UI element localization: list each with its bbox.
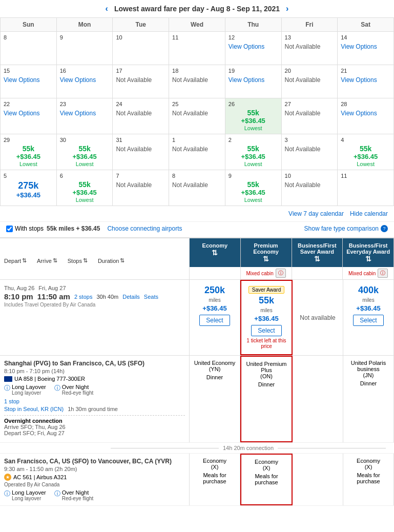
view-options-link[interactable]: View Options (4, 76, 53, 84)
cal-fare-miles: 55k (78, 180, 90, 189)
cal-date: 25 (172, 101, 178, 107)
sort-depart[interactable]: Depart ⇅ (4, 257, 27, 264)
with-stops-label: With stops (15, 225, 44, 232)
cal-cell-w4-d5[interactable]: 10Not Available (281, 170, 338, 206)
cal-cell-w3-d3[interactable]: 1Not Available (169, 134, 225, 170)
cal-cell-w2-d4[interactable]: 2655k +$36.45 Lowest (225, 98, 281, 134)
hide-calendar-link[interactable]: Hide calendar (350, 210, 388, 217)
cal-cell-w3-d4[interactable]: 255k +$36.45 Lowest (225, 134, 281, 170)
cal-cell-w2-d6[interactable]: 28View Options (338, 98, 394, 134)
premium-price: +$36.45 (254, 315, 278, 322)
cal-cell-w3-d2[interactable]: 31Not Available (113, 134, 169, 170)
view-options-link[interactable]: View Options (60, 110, 110, 117)
view-options-link[interactable]: View Options (229, 76, 278, 84)
mixed-cabin-badge-premium[interactable]: ⓘ (276, 269, 286, 278)
cal-cell-w2-d5[interactable]: 27Not Available (281, 98, 338, 134)
cal-cell-w4-d1[interactable]: 655k +$36.45 Lowest (56, 170, 113, 206)
cal-cell-w3-d6[interactable]: 455k +$36.45 Lowest (338, 134, 394, 170)
not-available-text: Not Available (285, 110, 335, 117)
cal-date: 8 (172, 173, 175, 179)
view-options-link[interactable]: View Options (341, 43, 390, 50)
cal-date: 8 (4, 34, 7, 40)
cal-cell-w2-d0[interactable]: 22View Options (1, 98, 57, 134)
with-stops-checkbox[interactable]: With stops (6, 225, 44, 232)
view-options-link[interactable]: View Options (229, 43, 278, 50)
choose-airports-link[interactable]: Choose connecting airports (107, 225, 182, 232)
cal-fare-price: +$36.45 (241, 189, 265, 196)
cal-cell-w0-d4[interactable]: 12View Options (225, 32, 281, 65)
cal-date: 7 (116, 173, 119, 179)
cabin-headers-row: Depart ⇅ Arrive ⇅ Stops ⇅ Duration ⇅ Eco… (0, 238, 394, 267)
cal-cell-w3-d1[interactable]: 3055k +$36.45 Lowest (56, 134, 113, 170)
cal-cell-w4-d6: 11 (338, 170, 394, 206)
overnight-icon: ⓘ (54, 384, 60, 393)
premium-select-button[interactable]: Select (251, 325, 281, 336)
cal-cell-w3-d5[interactable]: 3Not Available (281, 134, 338, 170)
view-options-link[interactable]: View Options (4, 110, 53, 117)
cal-cell-w3-d0[interactable]: 2955k +$36.45 Lowest (1, 134, 57, 170)
segment-2-row: San Francisco, CA, US (SFO) to Vancouver… (0, 454, 394, 506)
cal-cell-w4-d4[interactable]: 955k +$36.45 Lowest (225, 170, 281, 206)
seg2-time: 9:30 am - 11:50 am (2h 20m) (4, 466, 185, 472)
cal-date: 11 (341, 173, 347, 179)
cal-cell-w0-d5[interactable]: 13Not Available (281, 32, 338, 65)
view-options-link[interactable]: View Options (60, 76, 110, 84)
details-link[interactable]: Details (122, 294, 140, 300)
view-7day-link[interactable]: View 7 day calendar (288, 210, 344, 217)
cal-cell-w1-d1[interactable]: 16View Options (56, 65, 113, 98)
economy-miles-label: miles (209, 297, 220, 303)
cal-cell-w4-d2[interactable]: 7Not Available (113, 170, 169, 206)
dow-header-mon: Mon (56, 18, 113, 32)
seg1-route: Shanghai (PVG) to San Francisco, CA, US … (4, 360, 185, 367)
cal-cell-w1-d3[interactable]: 18Not Available (169, 65, 225, 98)
info-icon[interactable]: ? (381, 225, 388, 232)
cal-date: 9 (229, 173, 232, 179)
cal-cell-w1-d0[interactable]: 15View Options (1, 65, 57, 98)
overnight-connection: Overnight connection Arrive SFO; Thu, Au… (4, 415, 185, 438)
not-available-text: Not Available (285, 76, 335, 84)
mixed-cabin-badge-everyday[interactable]: ⓘ (378, 269, 388, 278)
economy-select-button[interactable]: Select (199, 315, 230, 326)
cal-fare-miles: 55k (247, 109, 259, 117)
cal-cell-w4-d0[interactable]: 5275k +$36.45 (1, 170, 57, 206)
fare-business-everyday: 400k miles +$36.45 Select (343, 280, 394, 355)
sort-arrive[interactable]: Arrive ⇅ (37, 257, 57, 264)
cal-fare-price-special: +$36.45 (16, 191, 40, 199)
not-available-text: Not Available (172, 110, 222, 117)
cal-date: 19 (229, 68, 235, 74)
cal-fare-lowest: Lowest (76, 197, 94, 203)
cal-date: 11 (172, 34, 178, 40)
cal-date: 27 (285, 101, 291, 107)
everyday-select-button[interactable]: Select (353, 315, 383, 326)
cal-cell-w1-d2[interactable]: 17Not Available (113, 65, 169, 98)
cal-date: 17 (116, 68, 122, 74)
cal-cell-w2-d2[interactable]: 24Not Available (113, 98, 169, 134)
view-options-link[interactable]: View Options (341, 76, 390, 84)
cal-fare-miles: 55k (247, 180, 259, 189)
calendar-header: ‹ Lowest award fare per day - Aug 8 - Se… (0, 0, 394, 17)
cal-date: 5 (4, 173, 7, 179)
business-saver-not-avail: Not available (300, 314, 335, 321)
prev-arrow[interactable]: ‹ (106, 4, 108, 13)
cal-fare-lowest: Lowest (19, 161, 37, 167)
sort-duration[interactable]: Duration ⇅ (98, 257, 125, 264)
sort-stops[interactable]: Stops ⇅ (68, 257, 88, 264)
segment-1-row: Shanghai (PVG) to San Francisco, CA, US … (0, 356, 394, 443)
cal-cell-w2-d3[interactable]: 25Not Available (169, 98, 225, 134)
cal-cell-w1-d5[interactable]: 20Not Available (281, 65, 338, 98)
seg1-stop-detail: Stop in Seoul, KR (ICN) 1h 30m ground ti… (4, 406, 185, 412)
show-fare-link[interactable]: Show fare type comparison (304, 225, 379, 232)
cal-cell-w1-d4[interactable]: 19View Options (225, 65, 281, 98)
cal-cell-w4-d3[interactable]: 8Not Available (169, 170, 225, 206)
cal-cell-w1-d6[interactable]: 21View Options (338, 65, 394, 98)
bottom-controls: View 7 day calendar Hide calendar (0, 206, 394, 221)
economy-price: +$36.45 (202, 304, 226, 312)
cal-fare-miles: 55k (247, 145, 259, 153)
seats-link[interactable]: Seats (144, 294, 158, 300)
cal-fare-price: +$36.45 (241, 117, 265, 125)
cal-cell-w0-d6[interactable]: 14View Options (338, 32, 394, 65)
view-options-link[interactable]: View Options (341, 110, 390, 117)
cal-cell-w2-d1[interactable]: 23View Options (56, 98, 113, 134)
next-arrow[interactable]: › (286, 4, 288, 13)
cal-fare-lowest: Lowest (244, 161, 262, 167)
